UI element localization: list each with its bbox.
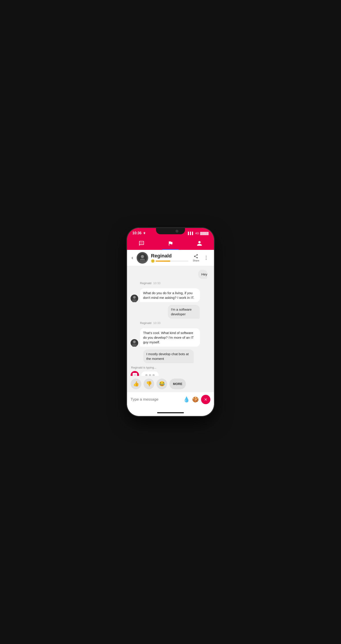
svg-point-4 [141, 255, 144, 258]
nav-flag[interactable] [162, 239, 179, 250]
mood-bar [156, 260, 188, 262]
bubble-hey: Hey [198, 270, 207, 279]
svg-point-14 [136, 375, 136, 375]
bubble-reginald-2: That's cool. What kind of software do yo… [140, 328, 200, 347]
quick-more-button[interactable]: MORE [169, 378, 186, 389]
notch [156, 228, 185, 234]
camera [176, 230, 178, 232]
msg-avatar-2 [131, 339, 138, 347]
messages-area: Hey Reginald 10:33 What do you do [127, 266, 214, 376]
msg-row-2: That's cool. What kind of software do yo… [131, 328, 210, 347]
share-label: Share [193, 259, 199, 262]
avatar [137, 252, 148, 264]
mood-bar-wrap: 🙂 [151, 259, 188, 263]
sender-label-2: Reginald 10:33 [131, 321, 210, 325]
contact-name: Reginald [151, 253, 188, 259]
msg-text-reginald-2: That's cool. What kind of software do yo… [143, 331, 194, 344]
home-indicator [127, 410, 214, 416]
close-button[interactable] [201, 395, 210, 404]
svg-point-13 [135, 375, 135, 375]
avatar-image [137, 252, 148, 264]
quick-thumbs-down[interactable]: 👎 [144, 378, 154, 389]
network-label: 4G [195, 232, 199, 235]
message-input-row: 💧 🍪 [127, 392, 214, 410]
sender-time-2: 10:33 [153, 321, 160, 325]
sender-name-2: Reginald [140, 321, 151, 325]
quick-thumbs-up[interactable]: 👍 [131, 378, 141, 389]
share-button[interactable]: Share [191, 253, 201, 263]
top-nav [127, 237, 214, 250]
signal-icon: ▌▌▌ [188, 232, 194, 235]
typing-dots-bubble [141, 372, 159, 376]
svg-point-1 [140, 242, 141, 243]
phone-screen: 10:36 ▌▌▌ 4G ▓▓▓▓ [127, 228, 214, 416]
nav-profile[interactable] [191, 239, 208, 250]
status-icons: ▌▌▌ 4G ▓▓▓▓ [188, 232, 209, 235]
message-hey: Hey [198, 270, 210, 279]
phone-frame: 10:36 ▌▌▌ 4G ▓▓▓▓ [127, 228, 214, 416]
dot-3 [152, 374, 155, 376]
bubble-chatbots: I mostly develop chat bots at the moment [143, 350, 194, 363]
msg-row-1: What do you do for a living, if you don'… [131, 288, 210, 302]
mood-emoji: 🙂 [151, 259, 155, 263]
back-button[interactable]: ‹ [131, 254, 134, 262]
typing-text: Reginald is typing... [131, 366, 210, 369]
more-button[interactable]: ⋮ [202, 254, 210, 262]
message-chatbots: I mostly develop chat bots at the moment [143, 350, 210, 363]
msg-avatar-1 [131, 294, 138, 302]
home-bar [157, 412, 184, 413]
message-developer: I'm a software developer [168, 305, 210, 319]
svg-point-12 [134, 375, 134, 375]
bubble-developer: I'm a software developer [168, 305, 200, 319]
typing-label: Reginald is typing... [131, 366, 210, 376]
time-display: 10:36 [132, 231, 142, 235]
sender-label-1: Reginald 10:33 [131, 282, 210, 285]
quick-laugh[interactable]: 😂 [156, 378, 167, 389]
nav-chat[interactable] [133, 239, 150, 250]
chat-header: ‹ Reginald [127, 250, 214, 266]
msg-text-chatbots: I mostly develop chat bots at the moment [146, 352, 189, 360]
quick-replies: 👍 👎 😂 MORE [127, 376, 214, 392]
header-actions: Share ⋮ [191, 253, 210, 263]
avatar-wrap [137, 252, 148, 264]
svg-point-0 [141, 242, 142, 243]
battery-icon: ▓▓▓▓ [200, 232, 209, 235]
svg-point-2 [142, 242, 143, 243]
svg-point-10 [133, 340, 136, 343]
msg-text-developer: I'm a software developer [171, 308, 192, 316]
message-input[interactable] [131, 397, 181, 402]
svg-point-7 [133, 296, 136, 298]
dot-2 [149, 374, 151, 376]
emoji-cookie-icon[interactable]: 🍪 [192, 396, 199, 402]
sender-time-1: 10:33 [153, 282, 160, 285]
msg-text-reginald-1: What do you do for a living, if you don'… [143, 291, 194, 300]
msg-text-hey: Hey [201, 272, 207, 276]
header-info: Reginald 🙂 [151, 253, 188, 263]
sender-name-1: Reginald [140, 282, 151, 285]
status-time: 10:36 [132, 231, 146, 235]
bubble-reginald-1: What do you do for a living, if you don'… [140, 288, 200, 302]
emoji-rain-icon[interactable]: 💧 [183, 396, 190, 402]
typing-avatar [131, 371, 139, 376]
mood-fill [156, 260, 170, 262]
typing-row [131, 371, 210, 376]
dot-1 [145, 374, 148, 376]
